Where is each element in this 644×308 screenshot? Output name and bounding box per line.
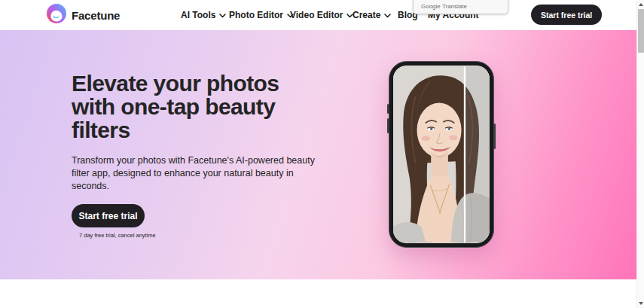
nav-item-create[interactable]: Create bbox=[353, 0, 391, 30]
hero-title-line: Elevate your photos bbox=[72, 72, 315, 95]
nav-item-video-editor[interactable]: Video Editor bbox=[290, 0, 353, 30]
phone-volume-button bbox=[387, 104, 389, 114]
hero-text-block: Elevate your photos with one-tap beauty … bbox=[72, 72, 315, 239]
scroll-up-arrow-icon bbox=[639, 3, 643, 6]
hero-description-line: Transform your photos with Facetune's AI… bbox=[72, 154, 315, 167]
nav-item-label: Create bbox=[353, 10, 380, 20]
scroll-down-button[interactable] bbox=[637, 299, 644, 308]
before-after-slider-line bbox=[464, 66, 465, 242]
hero-description-line: seconds. bbox=[72, 180, 315, 193]
woman-portrait-image bbox=[393, 66, 490, 243]
phone-volume-button bbox=[387, 118, 389, 133]
navbar: Facetune AI Tools Photo Editor Video Edi… bbox=[0, 0, 636, 30]
chevron-down-icon bbox=[384, 10, 391, 20]
hero-description: Transform your photos with Facetune's AI… bbox=[72, 154, 315, 193]
google-translate-tooltip: Google Translate bbox=[413, 0, 508, 14]
hero-title-line: filters bbox=[72, 118, 315, 142]
hero-description-line: filter app, designed to enhance your nat… bbox=[72, 167, 315, 180]
hero-trial-note: 7 day free trial, cancel anytime bbox=[79, 232, 315, 239]
scrollbar-thumb[interactable] bbox=[638, 9, 644, 53]
hero-start-free-trial-button[interactable]: Start free trial bbox=[72, 204, 145, 227]
nav-start-free-trial-button[interactable]: Start free trial bbox=[531, 5, 602, 25]
brand[interactable]: Facetune bbox=[47, 4, 120, 26]
chevron-down-icon bbox=[219, 10, 226, 20]
nav-item-label: AI Tools bbox=[181, 10, 215, 20]
facetune-logo-icon bbox=[47, 4, 66, 26]
hero-title: Elevate your photos with one-tap beauty … bbox=[72, 72, 315, 142]
nav-item-ai-tools[interactable]: AI Tools bbox=[181, 0, 226, 30]
scroll-down-arrow-icon bbox=[639, 302, 643, 305]
scroll-up-button[interactable] bbox=[637, 0, 644, 9]
scrollbar[interactable] bbox=[636, 0, 644, 308]
nav-item-label: Video Editor bbox=[290, 10, 343, 20]
nav-item-photo-editor[interactable]: Photo Editor bbox=[229, 0, 294, 30]
phone-power-button bbox=[493, 124, 496, 149]
hero-title-line: with one-tap beauty bbox=[72, 95, 315, 118]
brand-name: Facetune bbox=[72, 9, 120, 22]
nav-item-label: Photo Editor bbox=[229, 10, 283, 20]
phone-screen-before-after-photo bbox=[393, 66, 490, 243]
hero-section: Elevate your photos with one-tap beauty … bbox=[0, 30, 636, 279]
facetune-landing-page: Facetune AI Tools Photo Editor Video Edi… bbox=[0, 0, 644, 308]
phone-mockup bbox=[389, 61, 494, 248]
tooltip-text: Google Translate bbox=[421, 3, 467, 10]
